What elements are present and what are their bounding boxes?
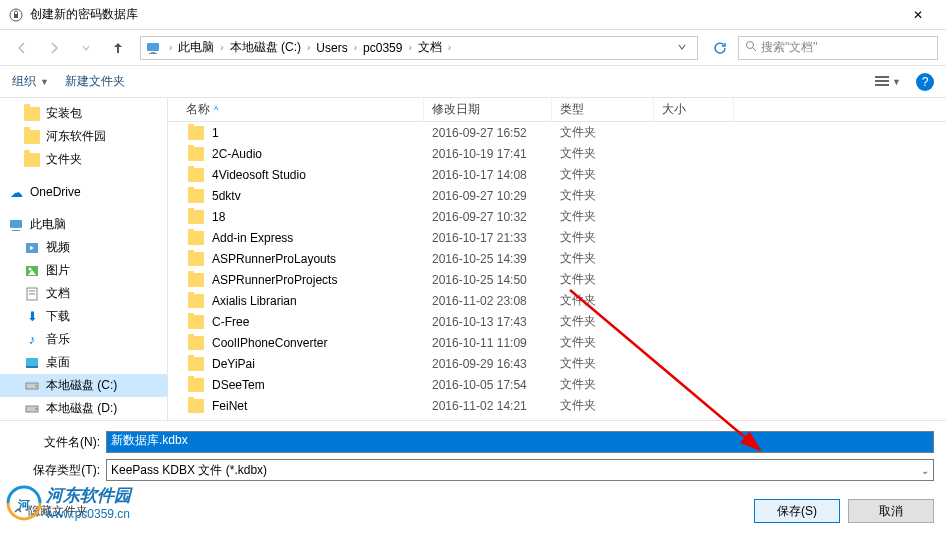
filetype-select[interactable]: KeePass KDBX 文件 (*.kdbx) ⌄ <box>106 459 934 481</box>
svg-rect-11 <box>12 230 20 231</box>
breadcrumb-item[interactable]: pc0359 <box>361 39 404 57</box>
file-row[interactable]: FeiNet2016-11-02 14:21文件夹 <box>168 395 946 416</box>
sidebar-item-label: 桌面 <box>46 354 70 371</box>
file-row[interactable]: Add-in Express2016-10-17 21:33文件夹 <box>168 227 946 248</box>
navbar: › 此电脑 › 本地磁盘 (C:) › Users › pc0359 › 文档 … <box>0 30 946 66</box>
file-name: 1 <box>212 126 219 140</box>
file-date: 2016-09-29 16:43 <box>424 355 552 373</box>
column-name[interactable]: 名称^ <box>168 98 424 122</box>
file-date: 2016-11-02 23:08 <box>424 292 552 310</box>
sidebar-item[interactable]: 本地磁盘 (C:) <box>0 374 167 397</box>
help-button[interactable]: ? <box>916 73 934 91</box>
file-date: 2016-10-17 21:33 <box>424 229 552 247</box>
file-row[interactable]: C-Free2016-10-13 17:43文件夹 <box>168 311 946 332</box>
column-headers: 名称^ 修改日期 类型 大小 <box>168 98 946 122</box>
titlebar: 创建新的密码数据库 ✕ <box>0 0 946 30</box>
file-list[interactable]: 名称^ 修改日期 类型 大小 12016-09-27 16:52文件夹2C-Au… <box>168 98 946 420</box>
sidebar-item[interactable]: 图片 <box>0 259 167 282</box>
breadcrumb-item[interactable]: 本地磁盘 (C:) <box>228 37 303 58</box>
file-row[interactable]: 2C-Audio2016-10-19 17:41文件夹 <box>168 143 946 164</box>
file-size <box>654 257 734 261</box>
column-date[interactable]: 修改日期 <box>424 98 552 122</box>
chevron-right-icon: › <box>354 42 357 53</box>
sidebar-item[interactable]: 视频 <box>0 236 167 259</box>
back-button[interactable] <box>8 34 36 62</box>
file-size <box>654 320 734 324</box>
file-name: 18 <box>212 210 225 224</box>
file-size <box>654 173 734 177</box>
file-date: 2016-10-17 14:08 <box>424 166 552 184</box>
breadcrumb-item[interactable]: 此电脑 <box>176 37 216 58</box>
file-type: 文件夹 <box>552 122 654 143</box>
file-name: ASPRunnerProProjects <box>212 273 337 287</box>
up-button[interactable] <box>104 34 132 62</box>
recent-dropdown[interactable] <box>72 34 100 62</box>
breadcrumb-item[interactable]: 文档 <box>416 37 444 58</box>
sidebar-item[interactable]: ☁OneDrive <box>0 181 167 203</box>
folder-icon <box>188 273 204 287</box>
forward-button[interactable] <box>40 34 68 62</box>
organize-button[interactable]: 组织 ▼ <box>12 73 49 90</box>
refresh-button[interactable] <box>706 34 734 62</box>
new-folder-button[interactable]: 新建文件夹 <box>65 73 125 90</box>
file-row[interactable]: ASPRunnerProLayouts2016-10-25 14:39文件夹 <box>168 248 946 269</box>
file-name: DSeeTem <box>212 378 265 392</box>
sidebar[interactable]: 安装包河东软件园文件夹☁OneDrive此电脑视频图片文档⬇下载♪音乐桌面本地磁… <box>0 98 168 420</box>
file-name: 4Videosoft Studio <box>212 168 306 182</box>
file-size <box>654 236 734 240</box>
folder-icon <box>188 294 204 308</box>
sidebar-item[interactable]: 文件夹 <box>0 148 167 171</box>
watermark-logo-icon: 河 <box>6 485 42 521</box>
sidebar-item-label: 河东软件园 <box>46 128 106 145</box>
sidebar-item-label: 下载 <box>46 308 70 325</box>
watermark: 河 河东软件园 www.pc0359.cn <box>6 484 131 521</box>
file-date: 2016-10-25 14:39 <box>424 250 552 268</box>
file-row[interactable]: 12016-09-27 16:52文件夹 <box>168 122 946 143</box>
file-row[interactable]: 182016-09-27 10:32文件夹 <box>168 206 946 227</box>
sidebar-item[interactable]: 河东软件园 <box>0 125 167 148</box>
file-type: 文件夹 <box>552 164 654 185</box>
file-size <box>654 383 734 387</box>
view-mode-button[interactable]: ▼ <box>867 72 908 92</box>
folder-icon <box>188 168 204 182</box>
folder-icon <box>188 378 204 392</box>
column-size[interactable]: 大小 <box>654 98 734 122</box>
filetype-label: 保存类型(T): <box>12 462 106 479</box>
breadcrumb[interactable]: › 此电脑 › 本地磁盘 (C:) › Users › pc0359 › 文档 … <box>140 36 698 60</box>
column-type[interactable]: 类型 <box>552 98 654 122</box>
file-name: 5dktv <box>212 189 241 203</box>
file-row[interactable]: DeYiPai2016-09-29 16:43文件夹 <box>168 353 946 374</box>
filename-input[interactable]: 新数据库.kdbx <box>106 431 934 453</box>
file-row[interactable]: 4Videosoft Studio2016-10-17 14:08文件夹 <box>168 164 946 185</box>
close-button[interactable]: ✕ <box>898 0 938 30</box>
breadcrumb-item[interactable]: Users <box>314 39 349 57</box>
file-type: 文件夹 <box>552 143 654 164</box>
sidebar-item[interactable]: ♪音乐 <box>0 328 167 351</box>
file-type: 文件夹 <box>552 206 654 227</box>
chevron-right-icon: › <box>448 42 451 53</box>
sidebar-item[interactable]: 本地磁盘 (D:) <box>0 397 167 420</box>
search-input[interactable]: 搜索"文档" <box>738 36 938 60</box>
sidebar-item[interactable]: ⬇下载 <box>0 305 167 328</box>
search-placeholder: 搜索"文档" <box>761 39 818 56</box>
breadcrumb-dropdown[interactable] <box>671 41 693 55</box>
bottom-panel: 文件名(N): 新数据库.kdbx 保存类型(T): KeePass KDBX … <box>0 420 946 533</box>
save-button[interactable]: 保存(S) <box>754 499 840 523</box>
sidebar-item[interactable]: 安装包 <box>0 102 167 125</box>
sidebar-item[interactable]: 此电脑 <box>0 213 167 236</box>
file-row[interactable]: DSeeTem2016-10-05 17:54文件夹 <box>168 374 946 395</box>
watermark-title: 河东软件园 <box>46 484 131 507</box>
file-name: CoolIPhoneConverter <box>212 336 327 350</box>
file-row[interactable]: CoolIPhoneConverter2016-10-11 11:09文件夹 <box>168 332 946 353</box>
svg-text:河: 河 <box>17 498 30 512</box>
svg-rect-1 <box>14 14 18 18</box>
file-row[interactable]: Axialis Librarian2016-11-02 23:08文件夹 <box>168 290 946 311</box>
file-row[interactable]: ASPRunnerProProjects2016-10-25 14:50文件夹 <box>168 269 946 290</box>
file-name: 2C-Audio <box>212 147 262 161</box>
sidebar-item[interactable]: 文档 <box>0 282 167 305</box>
file-row[interactable]: 5dktv2016-09-27 10:29文件夹 <box>168 185 946 206</box>
cancel-button[interactable]: 取消 <box>848 499 934 523</box>
file-type: 文件夹 <box>552 227 654 248</box>
sidebar-item[interactable]: 桌面 <box>0 351 167 374</box>
folder-icon <box>188 315 204 329</box>
